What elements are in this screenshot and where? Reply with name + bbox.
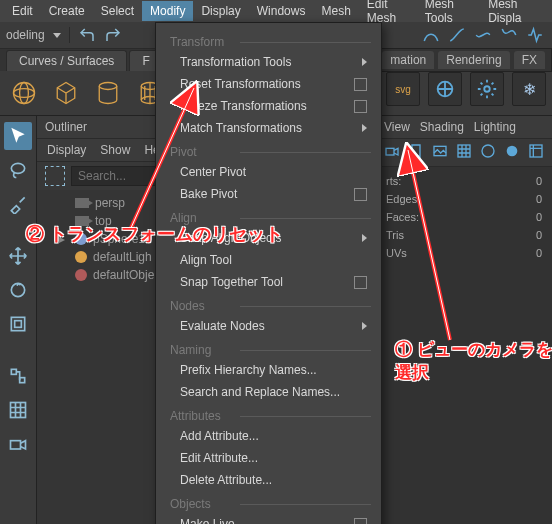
menuitem-add-attribute[interactable]: Add Attribute... <box>156 425 381 447</box>
camera-icon <box>75 216 89 226</box>
menu-create[interactable]: Create <box>41 1 93 21</box>
object-set-icon <box>75 269 87 281</box>
redo-icon[interactable] <box>104 26 122 44</box>
undo-icon[interactable] <box>78 26 96 44</box>
menuitem-delete-attribute[interactable]: Delete Attribute... <box>156 469 381 491</box>
menuitem-snap-align-objects[interactable]: Snap Align Objects <box>156 227 381 249</box>
move-tool-icon[interactable] <box>4 242 32 270</box>
menuitem-label: Freeze Transformations <box>180 99 307 113</box>
menu-mesh[interactable]: Mesh <box>313 1 358 21</box>
workspace-label: odeling <box>6 28 45 42</box>
curve-icon-2[interactable] <box>448 26 466 47</box>
menu-display[interactable]: Display <box>193 1 248 21</box>
menu-edit[interactable]: Edit <box>4 1 41 21</box>
outliner-menu-display[interactable]: Display <box>47 143 86 157</box>
tab-rendering[interactable]: Rendering <box>438 51 509 69</box>
pivot-shelf-icon[interactable] <box>428 72 462 106</box>
snap-tool-icon[interactable] <box>4 362 32 390</box>
curve-icon-5[interactable] <box>526 26 544 47</box>
svg-point-3 <box>99 83 117 90</box>
menu-select[interactable]: Select <box>93 1 142 21</box>
menuitem-label: Transformation Tools <box>180 55 291 69</box>
viewport-camera-icon[interactable] <box>384 143 400 162</box>
select-tool-icon[interactable] <box>4 122 32 150</box>
menu-windows[interactable]: Windows <box>249 1 314 21</box>
menuitem-align-tool[interactable]: Align Tool <box>156 249 381 271</box>
svg-rect-21 <box>530 145 542 157</box>
viewport-wireframe-icon[interactable] <box>480 143 496 162</box>
stat-value: 0 <box>536 193 542 205</box>
menuitem-match-transformations[interactable]: Match Transformations <box>156 117 381 139</box>
grid-tool-icon[interactable] <box>4 396 32 424</box>
scale-tool-icon[interactable] <box>4 310 32 338</box>
shelf-primitive-cube-icon[interactable] <box>50 77 82 109</box>
stat-label: Faces: <box>386 211 419 223</box>
stat-label: UVs <box>386 247 407 259</box>
svg-rect-10 <box>11 317 24 330</box>
tab-animation[interactable]: mation <box>382 51 434 69</box>
option-box-icon[interactable] <box>354 188 367 201</box>
menuitem-prefix-hierarchy-names[interactable]: Prefix Hierarchy Names... <box>156 359 381 381</box>
viewport-stats: rts: 0 Edges: 0 Faces: 0 Tris 0 UVs 0 <box>376 167 552 267</box>
viewport-table-icon[interactable] <box>528 143 544 162</box>
paint-tool-icon[interactable] <box>4 190 32 218</box>
stat-row: Faces: 0 <box>386 211 542 223</box>
menuitem-label: Search and Replace Names... <box>180 385 340 399</box>
curve-icon-3[interactable] <box>474 26 492 47</box>
stat-row: UVs 0 <box>386 247 542 259</box>
viewport-menu-lighting[interactable]: Lighting <box>474 120 516 134</box>
shelf-primitive-cylinder-icon[interactable] <box>92 77 124 109</box>
workspace-dropdown-icon[interactable] <box>53 33 61 38</box>
menu-mesh-tools[interactable]: Mesh Tools <box>417 0 480 28</box>
dropdown-section-align: Align <box>156 205 381 227</box>
menuitem-label: Align Tool <box>180 253 232 267</box>
dropdown-section-transform: Transform <box>156 29 381 51</box>
camera-tool-icon[interactable] <box>4 430 32 458</box>
rotate-tool-icon[interactable] <box>4 276 32 304</box>
menuitem-label: Prefix Hierarchy Names... <box>180 363 317 377</box>
menu-modify[interactable]: Modify <box>142 1 193 21</box>
left-tool-column <box>0 116 37 524</box>
menuitem-snap-together-tool[interactable]: Snap Together Tool <box>156 271 381 293</box>
curve-icon-4[interactable] <box>500 26 518 47</box>
menuitem-bake-pivot[interactable]: Bake Pivot <box>156 183 381 205</box>
option-box-icon[interactable] <box>354 518 367 525</box>
menuitem-evaluate-nodes[interactable]: Evaluate Nodes <box>156 315 381 337</box>
stat-row: Tris 0 <box>386 229 542 241</box>
menuitem-label: Evaluate Nodes <box>180 319 265 333</box>
viewport-image-plane-icon[interactable] <box>432 143 448 162</box>
shelf-primitive-sphere-icon[interactable] <box>8 77 40 109</box>
option-box-icon[interactable] <box>354 100 367 113</box>
tab-curves-surfaces[interactable]: Curves / Surfaces <box>6 50 127 71</box>
svg-shelf-icon[interactable]: svg <box>386 72 420 106</box>
right-shelf-icons: svg ❄ <box>386 72 546 106</box>
viewport-bookmark-icon[interactable] <box>408 143 424 162</box>
snowflake-shelf-icon[interactable]: ❄ <box>512 72 546 106</box>
tab-fx[interactable]: FX <box>514 51 545 69</box>
viewport-shaded-icon[interactable] <box>504 143 520 162</box>
menuitem-label: Add Attribute... <box>180 429 259 443</box>
menuitem-center-pivot[interactable]: Center Pivot <box>156 161 381 183</box>
selection-mode-icon[interactable] <box>45 166 65 186</box>
option-box-icon[interactable] <box>354 276 367 289</box>
curve-icon-1[interactable] <box>422 26 440 47</box>
menuitem-make-live[interactable]: Make Live <box>156 513 381 524</box>
lasso-tool-icon[interactable] <box>4 156 32 184</box>
menuitem-freeze-transformations[interactable]: Freeze Transformations <box>156 95 381 117</box>
option-box-icon[interactable] <box>354 78 367 91</box>
gear-shelf-icon[interactable] <box>470 72 504 106</box>
outliner-item-label: persp <box>95 196 125 210</box>
dropdown-section-pivot: Pivot <box>156 139 381 161</box>
viewport-menubar: View Shading Lighting <box>376 116 552 139</box>
viewport-menu-view[interactable]: View <box>384 120 410 134</box>
menuitem-transformation-tools[interactable]: Transformation Tools <box>156 51 381 73</box>
curve-tools-icons <box>422 26 544 47</box>
viewport-grid-icon[interactable] <box>456 143 472 162</box>
menu-mesh-displa[interactable]: Mesh Displa <box>480 0 548 28</box>
menuitem-edit-attribute[interactable]: Edit Attribute... <box>156 447 381 469</box>
outliner-menu-show[interactable]: Show <box>100 143 130 157</box>
menuitem-search-replace-names[interactable]: Search and Replace Names... <box>156 381 381 403</box>
viewport-menu-shading[interactable]: Shading <box>420 120 464 134</box>
svg-rect-15 <box>11 441 21 449</box>
menuitem-reset-transformations[interactable]: Reset Transformations <box>156 73 381 95</box>
